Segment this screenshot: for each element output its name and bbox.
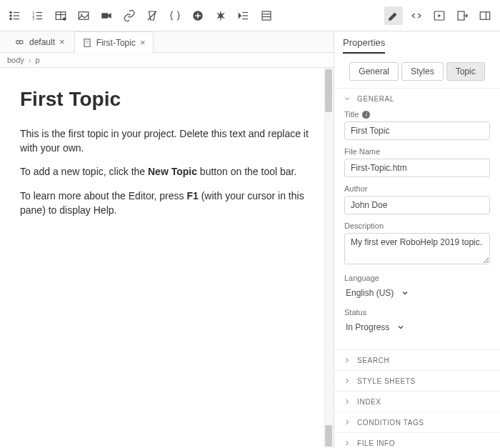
paragraph: This is the first topic in your project.… (20, 127, 314, 155)
author-label: Author (344, 184, 490, 193)
info-icon[interactable]: i (362, 111, 370, 119)
status-label: Status (344, 308, 490, 317)
chevron-right-icon (343, 356, 351, 364)
topic-heading: First Topic (20, 85, 314, 113)
paragraph: To learn more about the Editor, press F1… (20, 189, 314, 217)
title-input[interactable] (344, 121, 490, 140)
section-style-sheets[interactable]: STYLE SHEETS (334, 370, 500, 391)
section-file-info[interactable]: FILE INFO (334, 432, 500, 448)
tab-first-topic[interactable]: First-Topic × (74, 31, 154, 53)
author-input[interactable] (344, 196, 490, 214)
section-search[interactable]: SEARCH (334, 349, 500, 370)
indent-icon[interactable] (234, 6, 253, 25)
bullet-list-icon[interactable] (6, 6, 24, 25)
status-select[interactable]: In Progress (344, 319, 490, 335)
chevron-right-icon (343, 439, 351, 447)
insert-link-icon[interactable] (120, 6, 139, 25)
page-layout-icon[interactable] (257, 6, 276, 25)
svg-rect-18 (101, 13, 108, 19)
scroll-thumb[interactable] (325, 425, 332, 447)
clear-format-icon[interactable] (143, 6, 161, 25)
title-label: Title (344, 110, 359, 119)
main-toolbar: 123 (0, 0, 500, 31)
tab-label: default (29, 37, 55, 47)
svg-point-33 (16, 40, 20, 44)
chevron-down-icon (343, 94, 351, 103)
chevron-right-icon: › (29, 56, 31, 64)
preview-icon[interactable] (430, 6, 449, 25)
topic-file-icon (82, 38, 92, 48)
export-icon[interactable] (453, 6, 471, 25)
editor-content[interactable]: First Topic This is the first topic in y… (0, 68, 334, 244)
tab-styles[interactable]: Styles (401, 62, 444, 81)
author-view-icon[interactable] (384, 6, 403, 25)
svg-point-15 (63, 17, 66, 21)
chevron-down-icon (396, 323, 405, 332)
filename-input[interactable] (344, 159, 490, 177)
tab-general[interactable]: General (349, 62, 399, 81)
section-general[interactable]: GENERAL (334, 88, 500, 109)
svg-rect-26 (262, 11, 271, 20)
chevron-right-icon (343, 397, 351, 406)
scroll-thumb[interactable] (325, 69, 332, 112)
css-file-icon (15, 37, 25, 47)
tab-label: First-Topic (96, 38, 136, 48)
insert-video-icon[interactable] (97, 6, 116, 25)
description-label: Description (344, 221, 490, 230)
close-icon[interactable]: × (59, 36, 65, 47)
panel-title: Properties (343, 37, 385, 54)
language-label: Language (344, 274, 490, 282)
asterisk-icon[interactable] (211, 6, 230, 25)
insert-image-icon[interactable] (74, 6, 93, 25)
svg-point-34 (19, 40, 23, 44)
chevron-right-icon (343, 418, 351, 427)
insert-plus-icon[interactable] (189, 6, 207, 25)
svg-point-4 (10, 18, 11, 19)
paragraph: To add a new topic, click the New Topic … (20, 165, 314, 179)
numbered-list-icon[interactable]: 123 (29, 6, 47, 25)
section-index[interactable]: INDEX (334, 391, 500, 412)
description-input[interactable]: My first ever RoboHelp 2019 topic. (344, 233, 490, 264)
chevron-down-icon (401, 289, 409, 297)
panel-toggle-icon[interactable] (476, 6, 494, 25)
source-view-icon[interactable] (407, 6, 426, 25)
chevron-right-icon (343, 377, 351, 385)
section-condition-tags[interactable]: CONDITION TAGS (334, 412, 500, 432)
svg-text:3: 3 (33, 17, 35, 21)
filename-label: File Name (344, 147, 490, 156)
document-tabs: default × First-Topic × (0, 31, 334, 53)
svg-point-0 (10, 11, 11, 13)
tab-topic[interactable]: Topic (446, 62, 485, 81)
breadcrumb: body › p (0, 53, 334, 68)
tab-default[interactable]: default × (7, 31, 73, 52)
svg-point-2 (10, 14, 11, 16)
crumb-body[interactable]: body (7, 56, 24, 64)
crumb-p[interactable]: p (36, 56, 40, 64)
scrollbar[interactable] (324, 68, 334, 448)
properties-panel: Properties General Styles Topic GENERAL … (334, 31, 500, 448)
svg-rect-31 (480, 11, 490, 19)
language-select[interactable]: English (US) (344, 285, 490, 301)
insert-snippet-icon[interactable] (166, 6, 184, 25)
close-icon[interactable]: × (140, 37, 146, 48)
insert-table-icon[interactable] (51, 6, 70, 25)
